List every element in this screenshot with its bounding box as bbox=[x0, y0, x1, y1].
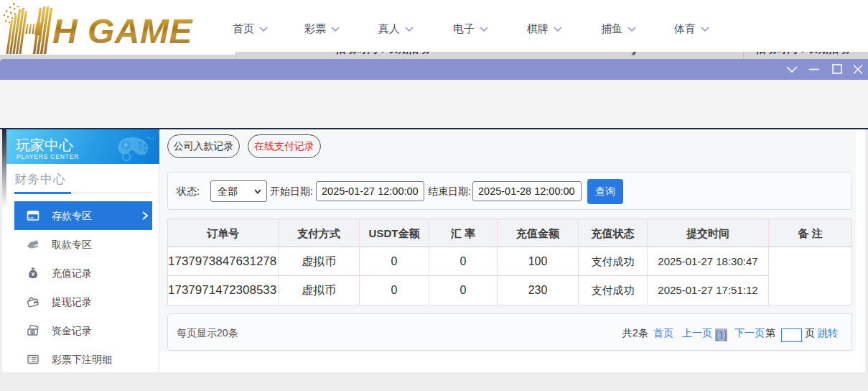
svg-text:¥: ¥ bbox=[32, 271, 35, 277]
svg-text:H GAME: H GAME bbox=[52, 12, 193, 50]
